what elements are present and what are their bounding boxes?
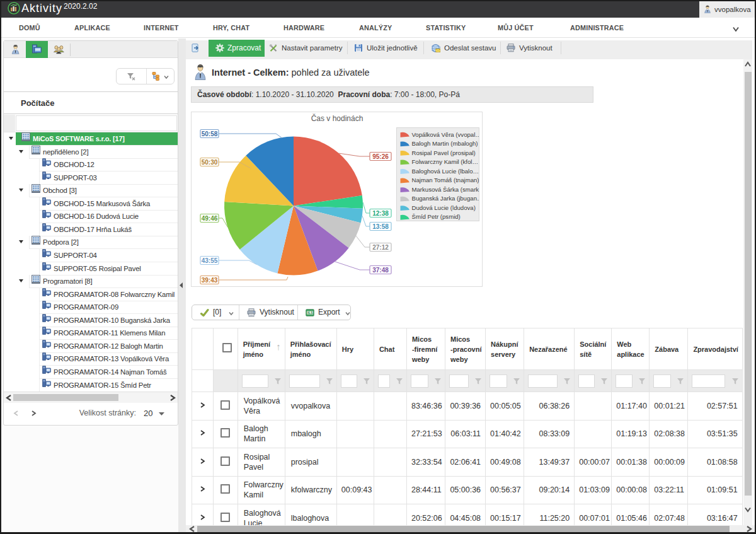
svg-text:XLS: XLS bbox=[307, 311, 313, 315]
svg-text:Markusová Šárka (smark…: Markusová Šárka (smark… bbox=[412, 186, 484, 193]
svg-text:Balogh Martin (mbalogh): Balogh Martin (mbalogh) bbox=[412, 140, 478, 147]
svg-text:49:46: 49:46 bbox=[202, 215, 218, 222]
svg-text:Šmíd Petr (psmid): Šmíd Petr (psmid) bbox=[412, 213, 461, 220]
svg-text:43:55: 43:55 bbox=[202, 257, 218, 264]
svg-text:39:43: 39:43 bbox=[202, 277, 218, 284]
svg-text:50:58: 50:58 bbox=[202, 131, 218, 137]
svg-text:Dudová Lucie (ldudova): Dudová Lucie (ldudova) bbox=[412, 204, 476, 211]
svg-text:50:30: 50:30 bbox=[202, 159, 218, 166]
svg-text:Vopálková Věra (vvopal…: Vopálková Věra (vvopal… bbox=[412, 131, 481, 138]
svg-text:Najman Tomáš (tnajman): Najman Tomáš (tnajman) bbox=[412, 177, 479, 183]
svg-text:Baloghová Lucie (lbalo…: Baloghová Lucie (lbalo… bbox=[412, 168, 479, 175]
svg-text:12:38: 12:38 bbox=[372, 210, 389, 217]
svg-text:95:26: 95:26 bbox=[372, 153, 389, 160]
svg-text:13:58: 13:58 bbox=[372, 223, 389, 230]
svg-text:37:48: 37:48 bbox=[372, 267, 389, 274]
svg-text:Čas v hodinách: Čas v hodinách bbox=[311, 113, 364, 123]
svg-text:Folwarczny Kamil (kfol…: Folwarczny Kamil (kfol… bbox=[412, 158, 479, 165]
svg-text:Buganská Jarka (jbugan…: Buganská Jarka (jbugan… bbox=[412, 195, 483, 202]
svg-text:27:12: 27:12 bbox=[372, 244, 389, 251]
svg-text:Rosipal Pavel (prosipal): Rosipal Pavel (prosipal) bbox=[412, 149, 476, 156]
